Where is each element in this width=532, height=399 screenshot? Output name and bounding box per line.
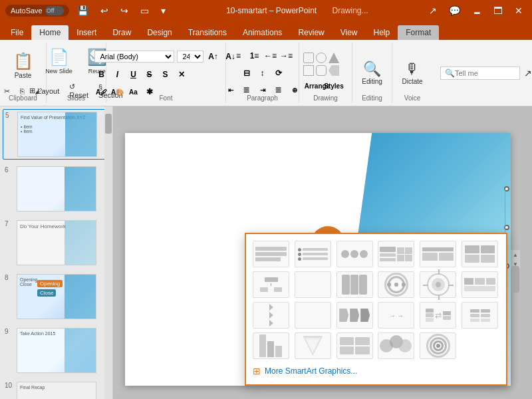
tab-design[interactable]: Design [139, 25, 180, 40]
shape-circle[interactable] [316, 53, 327, 63]
share-button[interactable]: ↗ [425, 4, 441, 17]
shape-rounded[interactable] [316, 65, 327, 76]
smartart-item-3[interactable] [336, 241, 373, 267]
tab-help[interactable]: Help [366, 25, 398, 40]
increase-font-button[interactable]: A↑ [206, 49, 221, 64]
undo-button[interactable]: ↩ [96, 4, 112, 17]
editing-label: Editing [352, 94, 392, 102]
close-button[interactable]: ✕ [511, 4, 527, 17]
redo-button[interactable]: ↪ [116, 4, 132, 17]
smartart-item-9[interactable] [336, 271, 373, 298]
title-bar-title: 10-smartart – PowerPoint Drawing... [170, 6, 425, 15]
slide-item-5[interactable]: 5 Find Value of Presentation XYZ• item• … [3, 109, 110, 160]
smartart-item-11[interactable] [420, 271, 456, 298]
scroll-thumb[interactable] [511, 266, 519, 293]
smartart-item-23[interactable] [420, 332, 456, 359]
font-size-dropdown[interactable]: 24 [177, 51, 203, 63]
smartart-item-13[interactable] [253, 302, 289, 329]
tab-draw[interactable]: Draw [104, 25, 139, 40]
quick-styles-button[interactable]: Styles [327, 78, 341, 93]
tab-insert[interactable]: Insert [68, 25, 104, 40]
slide-item-6[interactable]: 6 [3, 164, 110, 213]
scroll-up-btn[interactable]: ▲ [511, 250, 520, 259]
share-btn[interactable]: ↗ [520, 66, 532, 80]
smartart-item-4[interactable] [378, 241, 414, 267]
shape-rect[interactable] [303, 53, 314, 63]
slide-item-9[interactable]: 9 Take Action 2015 [3, 326, 110, 375]
more-smartart-button[interactable]: ⊞ More SmartArt Graphics... [253, 364, 499, 378]
canvas-scrollbar[interactable]: ▲ ▼ [511, 250, 520, 269]
comments-button[interactable]: 💬 [445, 4, 464, 17]
slide-thumb-7: Do Your Homework [17, 220, 96, 265]
numbering-button[interactable]: 1≡ [247, 49, 262, 63]
strikethrough-button[interactable]: S [142, 67, 157, 82]
smartart-item-21[interactable] [336, 332, 373, 359]
slide-panel[interactable]: 5 Find Value of Presentation XYZ• item• … [0, 106, 113, 399]
slide-item-7[interactable]: 7 Do Your Homework [3, 218, 110, 267]
slide-number-10: 10 [5, 382, 13, 389]
tab-view[interactable]: View [332, 25, 366, 40]
tab-format[interactable]: Format [398, 25, 439, 40]
smartart-item-14[interactable] [295, 302, 331, 329]
italic-button[interactable]: I [110, 67, 125, 82]
clear-format-button[interactable]: ✕ [174, 67, 189, 82]
tab-animations[interactable]: Animations [235, 25, 290, 40]
smartart-item-7[interactable] [253, 271, 289, 298]
smartart-item-6[interactable] [462, 241, 498, 267]
underline-button[interactable]: U [126, 67, 141, 82]
smartart-item-8[interactable] [295, 271, 331, 298]
tab-transitions[interactable]: Transitions [180, 25, 235, 40]
shape-arrow[interactable] [329, 65, 339, 76]
smartart-item-22[interactable] [378, 332, 414, 359]
smartart-item-19[interactable] [253, 332, 289, 359]
scrollbar-thumb[interactable] [105, 114, 112, 134]
smartart-item-5[interactable] [420, 241, 456, 267]
new-slide-button[interactable]: 📄 New Slide [39, 45, 78, 78]
search-input[interactable] [455, 69, 515, 77]
increase-indent-button[interactable]: →≡ [279, 49, 294, 63]
slide-number-6: 6 [5, 166, 13, 174]
text-direction-button[interactable]: ⟳ [271, 66, 286, 80]
smartart-item-1[interactable] [253, 241, 289, 267]
columns-button[interactable]: ⊟ [239, 66, 254, 80]
layout-icon: ⊞ [29, 86, 35, 95]
slide-thumb-5: Find Value of Presentation XYZ• item• it… [17, 112, 97, 157]
shape-triangle[interactable] [329, 53, 339, 63]
arrange-button[interactable]: Arrange [310, 78, 325, 93]
line-spacing-button[interactable]: ↕ [255, 66, 270, 80]
save-button[interactable]: 💾 [73, 4, 92, 17]
tab-file[interactable]: File [3, 25, 31, 40]
tab-home[interactable]: Home [31, 25, 68, 40]
decrease-indent-button[interactable]: ←≡ [263, 49, 278, 63]
autosave-toggle[interactable]: Off [45, 6, 64, 15]
smartart-item-2[interactable] [295, 241, 331, 267]
title-bar-left: AutoSave Off 💾 ↩ ↪ ▭ ▾ [5, 4, 170, 17]
editing-button[interactable]: 🔍 Editing [356, 57, 388, 88]
slide-item-10[interactable]: 10 Final Recap ⚠ [3, 380, 110, 399]
slide-panel-scrollbar[interactable] [104, 106, 112, 399]
shape-square[interactable] [303, 65, 314, 76]
dictate-button[interactable]: 🎙 Dictate [396, 57, 428, 88]
slide-item-8[interactable]: 8 OpeningClose Opening Close [3, 272, 110, 321]
search-area: 🔍 ↗ 💬 ∧ [435, 43, 532, 103]
smartart-item-18[interactable] [462, 302, 498, 329]
minimize-button[interactable]: 🗕 [468, 4, 485, 17]
smartart-item-16[interactable]: → → [378, 302, 414, 329]
smartart-item-17[interactable]: ⇄ [420, 302, 456, 329]
tab-review[interactable]: Review [290, 25, 332, 40]
font-family-dropdown[interactable]: Arial (Body) [94, 51, 174, 63]
smartart-item-15[interactable] [336, 302, 373, 329]
bold-button[interactable]: B [94, 67, 109, 82]
canvas-area[interactable]: 4 audience needs [113, 106, 532, 399]
smartart-item-12[interactable] [462, 271, 498, 298]
slide-thumb-6 [17, 166, 96, 211]
shadow-button[interactable]: S [158, 67, 173, 82]
customize-button[interactable]: ▾ [157, 4, 170, 17]
smartart-item-10[interactable] [378, 271, 414, 298]
present-button[interactable]: ▭ [136, 4, 153, 17]
title-bar-right: ↗ 💬 🗕 🗖 ✕ [425, 4, 527, 17]
autosave-badge[interactable]: AutoSave Off [5, 5, 69, 17]
bullets-button[interactable]: ≡ [231, 49, 246, 63]
restore-button[interactable]: 🗖 [489, 4, 507, 17]
smartart-item-20[interactable] [295, 332, 331, 359]
